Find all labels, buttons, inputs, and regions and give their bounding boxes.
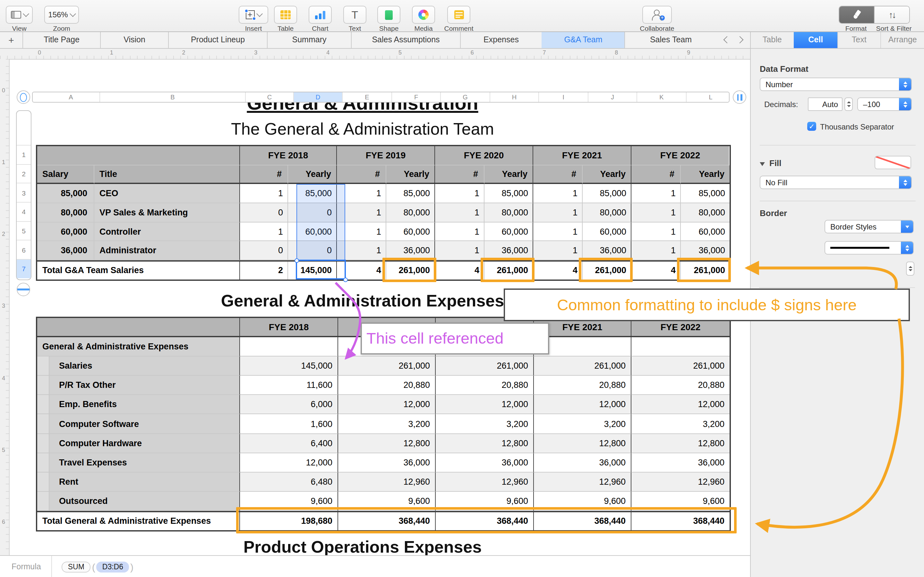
row-gutter-spacer[interactable] [17,111,31,145]
tab-scroll-left-icon[interactable] [724,36,731,44]
negative-format-select[interactable]: –100 [857,97,912,111]
table-handle-icon[interactable] [17,90,30,104]
insert-button[interactable] [239,6,268,24]
cell[interactable]: 80,000 [485,203,533,222]
formula-range-token[interactable]: D3:D6 [97,561,129,572]
cell[interactable]: 36,000 [37,242,94,260]
add-sheet-button[interactable]: + [0,31,23,48]
cell[interactable]: P/R Tax Other [37,376,240,395]
zoom-button[interactable]: 156% [44,6,79,24]
shape-button[interactable] [377,6,401,24]
cell[interactable]: 12,800 [632,434,730,453]
cell[interactable]: Yearly [386,165,435,184]
cell[interactable]: 0 [240,242,288,260]
column-header-d[interactable]: D [293,92,342,102]
cell[interactable]: 6,000 [240,395,338,414]
cell[interactable]: # [337,165,386,184]
cell[interactable]: 60,000 [386,222,435,242]
media-button[interactable] [412,6,435,24]
cell[interactable]: # [533,165,583,184]
column-header-c[interactable]: C [245,92,293,102]
column-header-h[interactable]: H [489,92,538,102]
cell[interactable]: 12,000 [534,395,632,414]
column-header-b[interactable]: B [99,92,245,102]
cell[interactable]: 12,800 [436,434,534,453]
cell[interactable]: Salary [37,165,94,184]
cell[interactable]: 3,200 [534,414,632,434]
cell[interactable]: 80,000 [583,203,632,222]
cell[interactable]: Computer Hardware [37,434,240,453]
cell-year-header[interactable]: FYE 2018 [240,146,337,165]
format-button[interactable] [839,6,874,23]
column-header-f[interactable]: F [391,92,440,102]
cell[interactable]: VP Sales & Marketing [94,203,240,222]
cell[interactable]: 36,000 [632,453,730,472]
cell[interactable]: 12,800 [338,434,436,453]
cell[interactable] [632,337,730,356]
cell-year-header[interactable]: FYE 2020 [435,146,533,165]
cell[interactable]: Title [94,165,240,184]
fill-select[interactable]: No Fill [760,176,912,189]
view-button[interactable] [6,6,33,24]
cell[interactable]: # [240,165,288,184]
cell[interactable]: 1 [533,184,583,203]
cell[interactable]: 36,000 [534,453,632,472]
sheet-tab-expenses[interactable]: Expenses [460,31,541,48]
cell[interactable]: 1 [533,242,583,260]
cell[interactable]: 20,880 [632,376,730,395]
cell[interactable]: 85,000 [485,184,533,203]
cell[interactable]: 1 [533,203,583,222]
cell[interactable]: Yearly [288,165,337,184]
border-width-stepper[interactable] [906,261,914,276]
cell[interactable]: 12,000 [240,453,338,472]
column-header-k[interactable]: K [636,92,686,102]
column-header-a[interactable]: A [42,92,99,102]
cell[interactable] [37,146,240,165]
cell[interactable]: 1 [240,184,288,203]
sheet-tab-g-a-team[interactable]: G&A Team [541,31,624,48]
cell[interactable]: 12,000 [338,395,436,414]
stepper-icon[interactable] [901,242,913,254]
row-header-1[interactable]: 1 [17,145,31,164]
cell[interactable]: Controller [94,222,240,242]
cell[interactable]: 1 [435,203,485,222]
inspector-tab-arrange[interactable]: Arrange [881,31,924,48]
row-header-5[interactable]: 5 [17,221,31,240]
cell[interactable]: # [632,165,681,184]
formula-bar[interactable]: Formula SUM ( D3:D6 ) [0,555,750,577]
border-styles-select[interactable]: Border Styles [825,220,914,234]
cell[interactable]: 36,000 [436,453,534,472]
column-header-j[interactable]: J [588,92,636,102]
cell[interactable]: 80,000 [386,203,435,222]
cell[interactable]: 11,600 [240,376,338,395]
sheet-tab-sales-team[interactable]: Sales Team [624,31,717,48]
add-row-icon[interactable] [17,283,30,296]
cell[interactable]: Rent [37,472,240,492]
cell[interactable]: 6,400 [240,434,338,453]
formula-function-token[interactable]: SUM [61,561,91,572]
cell[interactable]: 20,880 [436,376,534,395]
cell[interactable]: 80,000 [37,203,94,222]
sort-filter-button[interactable]: ↑↓ [874,6,909,23]
stepper-icon[interactable] [899,176,911,189]
collaborate-button[interactable]: + [642,6,672,24]
cell[interactable]: 12,960 [436,472,534,492]
data-format-select[interactable]: Number [760,77,912,91]
cell[interactable]: 85,000 [583,184,632,203]
cell[interactable]: 80,000 [681,203,730,222]
cell[interactable]: 12,000 [436,395,534,414]
row-header-2[interactable]: 2 [17,164,31,183]
cell[interactable]: 3,200 [436,414,534,434]
cell[interactable]: General & Administrative Expenses [37,337,240,356]
cell[interactable]: 1 [533,222,583,242]
row-header-4[interactable]: 4 [17,202,31,221]
cell[interactable]: 261,000 [338,356,436,376]
cell[interactable]: Yearly [681,165,730,184]
inspector-tab-table[interactable]: Table [751,31,794,48]
cell[interactable]: # [435,165,485,184]
cell[interactable]: 1 [240,222,288,242]
selected-range-d3-d6[interactable] [296,184,345,261]
cell[interactable]: CEO [94,184,240,203]
sheet-tab-sales-assumptions[interactable]: Sales Assumptions [351,31,460,48]
column-header-e[interactable]: E [342,92,391,102]
